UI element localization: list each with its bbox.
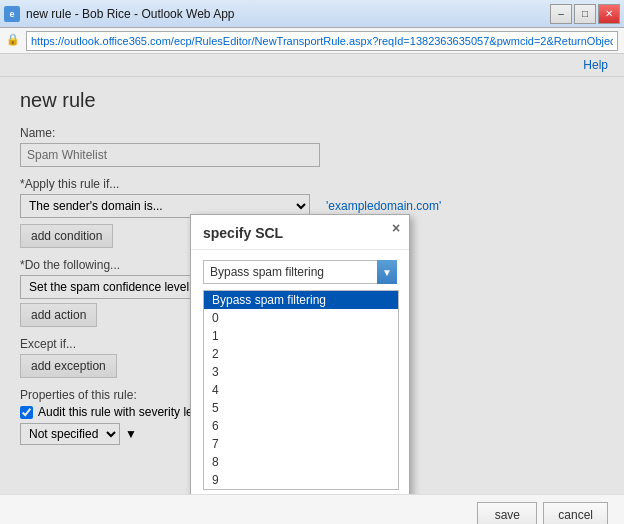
title-bar: e new rule - Bob Rice - Outlook Web App … <box>0 0 624 28</box>
dropdown-item[interactable]: 3 <box>204 363 398 381</box>
dropdown-list: Bypass spam filtering0123456789 <box>203 290 399 490</box>
specify-scl-dialog: specify SCL × Bypass spam filtering ▼ By… <box>190 214 410 494</box>
title-bar-left: e new rule - Bob Rice - Outlook Web App <box>4 6 235 22</box>
save-button[interactable]: save <box>477 502 537 525</box>
dropdown-item[interactable]: 6 <box>204 417 398 435</box>
modal-overlay: specify SCL × Bypass spam filtering ▼ By… <box>0 54 624 494</box>
bottom-bar: save cancel <box>0 494 624 524</box>
modal-select-wrapper: Bypass spam filtering ▼ <box>203 260 397 284</box>
modal-title: specify SCL <box>191 215 409 250</box>
dropdown-item[interactable]: 9 <box>204 471 398 489</box>
app-icon: e <box>4 6 20 22</box>
dropdown-item[interactable]: 7 <box>204 435 398 453</box>
dropdown-item[interactable]: 1 <box>204 327 398 345</box>
cancel-button[interactable]: cancel <box>543 502 608 525</box>
lock-icon: 🔒 <box>6 33 22 49</box>
dropdown-item[interactable]: 2 <box>204 345 398 363</box>
modal-close-button[interactable]: × <box>387 219 405 237</box>
address-input[interactable] <box>26 31 618 51</box>
dropdown-item[interactable]: 5 <box>204 399 398 417</box>
dropdown-item[interactable]: Bypass spam filtering <box>204 291 398 309</box>
restore-button[interactable]: □ <box>574 4 596 24</box>
window-controls: – □ ✕ <box>550 4 620 24</box>
selected-value-display: Bypass spam filtering <box>204 265 396 279</box>
minimize-button[interactable]: – <box>550 4 572 24</box>
dropdown-item[interactable]: 4 <box>204 381 398 399</box>
address-bar: 🔒 <box>0 28 624 54</box>
dropdown-item[interactable]: 8 <box>204 453 398 471</box>
window-title: new rule - Bob Rice - Outlook Web App <box>26 7 235 21</box>
main-content: Help new rule Name: *Apply this rule if.… <box>0 54 624 494</box>
close-button[interactable]: ✕ <box>598 4 620 24</box>
dropdown-item[interactable]: 0 <box>204 309 398 327</box>
modal-body: Bypass spam filtering ▼ Bypass spam filt… <box>191 250 409 494</box>
